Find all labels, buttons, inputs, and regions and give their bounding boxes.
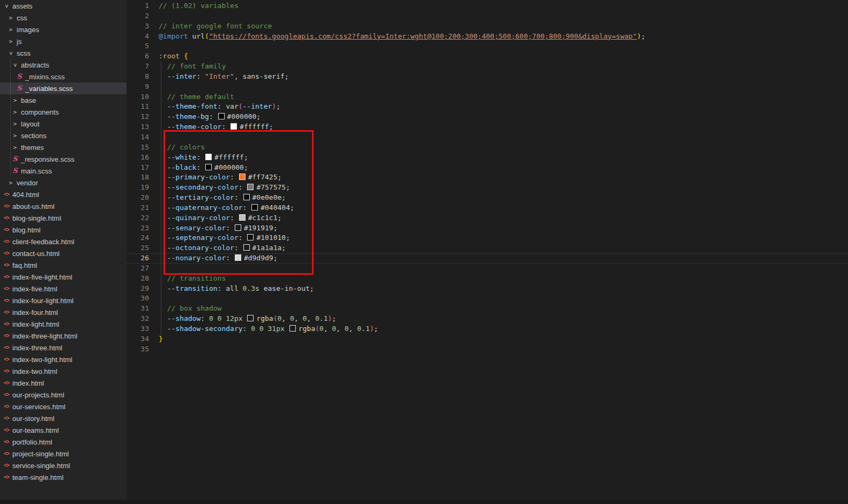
chevron-right-icon[interactable]: > [11, 97, 19, 104]
code-line-27[interactable]: 27 [127, 264, 848, 274]
tree-item-project-single-html[interactable]: <>project-single.html [0, 448, 127, 460]
code-line-33[interactable]: 33 --shadow-secondary: 0 0 31px rgba(0, … [127, 324, 848, 334]
code-line-9[interactable]: 9 [127, 82, 848, 92]
tree-item-contact-us-html[interactable]: <>contact-us.html [0, 247, 127, 259]
line-number[interactable]: 27 [127, 264, 149, 274]
tree-item-about-us-html[interactable]: <>about-us.html [0, 200, 127, 212]
line-number[interactable]: 35 [127, 344, 149, 355]
tree-item-index-two-html[interactable]: <>index-two.html [0, 365, 127, 377]
code-line-7[interactable]: 7 // font family [127, 62, 848, 72]
code-line-25[interactable]: 25 --octonary-color: #1a1a1a; [127, 243, 848, 253]
color-swatch[interactable] [239, 174, 246, 180]
tree-item-blog-single-html[interactable]: <>blog-single.html [0, 212, 127, 224]
code-line-5[interactable]: 5 [127, 41, 848, 51]
tree-item-main-scss[interactable]: Smain.scss [0, 165, 127, 177]
tree-item-layout[interactable]: >layout [0, 118, 127, 130]
tree-item-faq-html[interactable]: <>faq.html [0, 259, 127, 271]
code-editor[interactable]: 1// (1.02) variables23// inter google fo… [127, 0, 848, 504]
code-line-16[interactable]: 16 --white: #ffffff; [127, 153, 848, 163]
line-number[interactable]: 31 [127, 304, 149, 314]
code-line-12[interactable]: 12 --theme-bg: #000000; [127, 112, 848, 122]
line-number[interactable]: 6 [127, 51, 149, 62]
chevron-right-icon[interactable]: > [11, 132, 19, 139]
code-line-13[interactable]: 13 --theme-color: #ffffff; [127, 122, 848, 132]
tree-item--responsive-scss[interactable]: S_responsive.scss [0, 153, 127, 165]
line-number[interactable]: 22 [127, 213, 149, 223]
code-line-10[interactable]: 10 // theme default [127, 92, 848, 102]
code-line-22[interactable]: 22 --quinary-color: #c1c1c1; [127, 213, 848, 223]
tree-item-index-four-html[interactable]: <>index-four.html [0, 306, 127, 318]
code-line-24[interactable]: 24 --septenary-color: #101010; [127, 233, 848, 243]
tree-item-abstracts[interactable]: >abstracts [0, 59, 127, 71]
line-number[interactable]: 14 [127, 132, 149, 142]
code-line-28[interactable]: 28 // transitions [127, 274, 848, 284]
line-number[interactable]: 21 [127, 203, 149, 213]
code-line-14[interactable]: 14 [127, 132, 848, 142]
chevron-right-icon[interactable]: > [6, 179, 15, 186]
line-number[interactable]: 7 [127, 62, 149, 72]
tree-item-index-five-light-html[interactable]: <>index-five-light.html [0, 271, 127, 283]
line-number[interactable]: 30 [127, 294, 149, 304]
line-number[interactable]: 16 [127, 153, 149, 163]
line-number[interactable]: 33 [127, 324, 149, 334]
color-swatch[interactable] [243, 194, 250, 200]
code-line-31[interactable]: 31 // box shadow [127, 304, 848, 314]
line-number[interactable]: 13 [127, 122, 149, 132]
chevron-right-icon[interactable]: > [11, 109, 19, 116]
color-swatch[interactable] [247, 184, 254, 190]
tree-item-vendor[interactable]: >vendor [0, 177, 127, 189]
line-number[interactable]: 1 [127, 1, 149, 11]
code-line-29[interactable]: 29 --transition: all 0.3s ease-in-out; [127, 284, 848, 294]
code-line-6[interactable]: 6:root { [127, 51, 848, 62]
line-number[interactable]: 11 [127, 102, 149, 112]
tree-item-our-projects-html[interactable]: <>our-projects.html [0, 389, 127, 401]
tree-item-sections[interactable]: >sections [0, 130, 127, 141]
color-swatch[interactable] [239, 214, 246, 221]
chevron-right-icon[interactable]: > [6, 14, 15, 21]
code-line-15[interactable]: 15 // colors [127, 142, 848, 153]
tree-item-css[interactable]: >css [0, 12, 127, 24]
chevron-right-icon[interactable]: > [6, 26, 15, 33]
tree-item-our-story-html[interactable]: <>our-story.html [0, 412, 127, 424]
tree-item-images[interactable]: >images [0, 24, 127, 35]
tree-item-index-three-html[interactable]: <>index-three.html [0, 342, 127, 353]
code-line-1[interactable]: 1// (1.02) variables [127, 1, 848, 11]
line-number[interactable]: 34 [127, 334, 149, 344]
tree-item-our-teams-html[interactable]: <>our-teams.html [0, 424, 127, 436]
line-number[interactable]: 2 [127, 11, 149, 21]
line-number[interactable]: 4 [127, 32, 149, 42]
line-number[interactable]: 29 [127, 284, 149, 294]
code-line-3[interactable]: 3// inter google font source [127, 21, 848, 32]
color-swatch[interactable] [235, 254, 241, 261]
line-number[interactable]: 17 [127, 163, 149, 173]
line-number[interactable]: 28 [127, 274, 149, 284]
line-number[interactable]: 8 [127, 72, 149, 82]
tree-item-base[interactable]: >base [0, 94, 127, 106]
line-number[interactable]: 24 [127, 233, 149, 243]
color-swatch[interactable] [289, 325, 296, 332]
tree-item-index-five-html[interactable]: <>index-five.html [0, 283, 127, 295]
color-swatch[interactable] [205, 164, 212, 170]
tree-item-index-four-light-html[interactable]: <>index-four-light.html [0, 295, 127, 306]
tree-item-blog-html[interactable]: <>blog.html [0, 224, 127, 236]
tree-item-index-two-light-html[interactable]: <>index-two-light.html [0, 353, 127, 365]
code-line-34[interactable]: 34} [127, 334, 848, 344]
code-line-19[interactable]: 19 --secondary-color: #757575; [127, 183, 848, 193]
code-line-2[interactable]: 2 [127, 11, 848, 21]
chevron-down-icon[interactable]: > [3, 2, 10, 10]
color-swatch[interactable] [251, 204, 258, 210]
tree-item--variables-scss[interactable]: S_variables.scss [0, 82, 127, 94]
chevron-right-icon[interactable]: > [11, 121, 19, 127]
code-line-35[interactable]: 35 [127, 344, 848, 355]
tree-item-scss[interactable]: >scss [0, 47, 127, 59]
line-number[interactable]: 3 [127, 21, 149, 32]
tree-item-index-light-html[interactable]: <>index-light.html [0, 318, 127, 330]
line-number[interactable]: 32 [127, 314, 149, 324]
line-number[interactable]: 12 [127, 112, 149, 122]
tree-item-portfolio-html[interactable]: <>portfolio.html [0, 436, 127, 448]
tree-item-assets[interactable]: >assets [0, 0, 127, 12]
tree-item-client-feedback-html[interactable]: <>client-feedback.html [0, 236, 127, 247]
tree-item-404-html[interactable]: <>404.html [0, 189, 127, 200]
chevron-down-icon[interactable]: > [12, 61, 19, 69]
chevron-right-icon[interactable]: > [11, 144, 19, 151]
